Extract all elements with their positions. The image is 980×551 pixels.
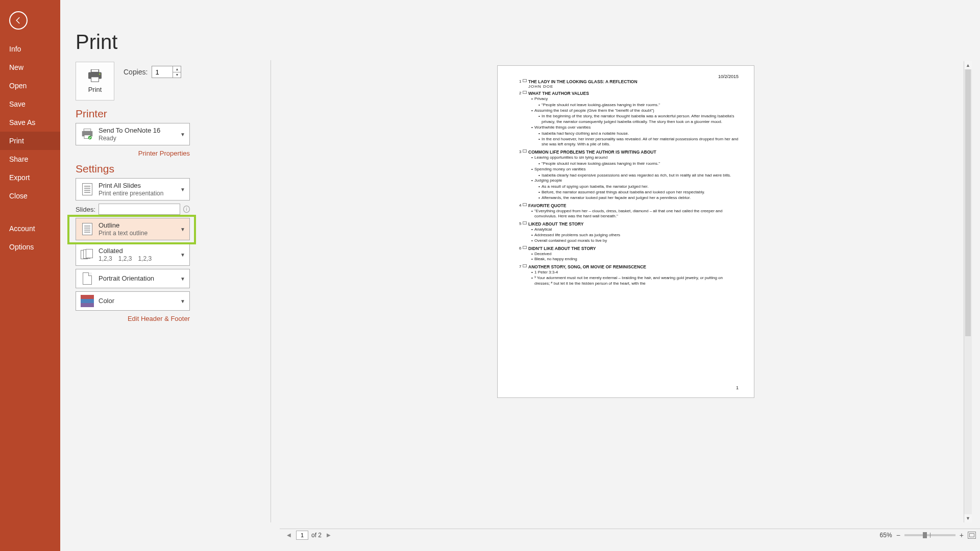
sidebar-item-export[interactable]: Export <box>0 168 60 187</box>
printer-name: Send To OneNote 16 <box>99 127 185 135</box>
layout-dropdown[interactable]: Outline Print a text outline ▼ <box>76 218 190 240</box>
color-dropdown[interactable]: Color ▼ <box>76 291 190 311</box>
zoom-in-button[interactable]: + <box>960 531 964 539</box>
sidebar-item-info[interactable]: Info <box>0 40 60 58</box>
orientation-icon <box>80 271 94 286</box>
outline-slide: 6DIDN'T LIKE ABOUT THE STORYDeceivedBlea… <box>528 246 739 263</box>
zoom-controls: 65% − + <box>880 531 976 539</box>
chevron-down-icon: ▼ <box>180 252 185 258</box>
print-backstage: Print Print Copies: ▲ ▼ Printer <box>60 0 980 541</box>
color-icon <box>80 294 94 308</box>
orientation-dropdown[interactable]: Portrait Orientation ▼ <box>76 269 190 288</box>
copies-label: Copies: <box>124 68 148 76</box>
printer-properties-link[interactable]: Printer Properties <box>138 149 190 157</box>
copies-input[interactable] <box>152 66 173 78</box>
printer-icon <box>87 69 103 83</box>
chevron-down-icon: ▼ <box>180 276 185 282</box>
sidebar-item-open[interactable]: Open <box>0 77 60 95</box>
print-preview: 10/2/2015 1 1THE LADY IN THE LOOKING GLA… <box>280 61 972 522</box>
copies-down[interactable]: ▼ <box>173 72 181 78</box>
copies-spinner[interactable]: ▲ ▼ <box>152 66 181 78</box>
zoom-slider[interactable] <box>904 534 955 536</box>
outline-slide: 1THE LADY IN THE LOOKING GLASS: A REFLEC… <box>528 79 739 89</box>
slides-range-input[interactable] <box>99 204 180 215</box>
preview-scrollbar[interactable]: ▲ ▼ <box>964 61 972 522</box>
next-page-button[interactable]: ▶ <box>325 532 333 538</box>
page-title: Print <box>76 31 208 54</box>
page-number-input[interactable] <box>296 531 308 540</box>
print-button-label: Print <box>88 86 102 93</box>
zoom-out-button[interactable]: − <box>896 531 900 539</box>
back-button[interactable] <box>9 11 28 30</box>
backstage-sidebar: Info New Open Save Save As Print Share E… <box>0 0 60 551</box>
settings-heading: Settings <box>76 163 208 175</box>
sidebar-item-share[interactable]: Share <box>0 150 60 168</box>
outline-slide: 3COMMON LIFE PROBLEMS THE AUTHOR IS WRIT… <box>528 149 739 201</box>
svg-rect-9 <box>84 129 91 131</box>
svg-point-8 <box>99 73 101 74</box>
print-what-dropdown[interactable]: Print All Slides Print entire presentati… <box>76 178 190 201</box>
zoom-fit-button[interactable] <box>968 532 976 539</box>
print-button[interactable]: Print <box>76 62 114 101</box>
sidebar-item-options[interactable]: Options <box>0 238 60 256</box>
sidebar-item-new[interactable]: New <box>0 58 60 77</box>
chevron-down-icon: ▼ <box>180 132 185 137</box>
scroll-up-arrow[interactable]: ▲ <box>964 61 972 69</box>
sidebar-item-save[interactable]: Save <box>0 95 60 113</box>
slides-range-row: Slides: i <box>76 204 190 215</box>
svg-rect-5 <box>91 69 99 72</box>
printer-dropdown[interactable]: Send To OneNote 16 Ready ▼ <box>76 123 190 145</box>
printer-heading: Printer <box>76 108 208 120</box>
sidebar-item-account[interactable]: Account <box>0 219 60 238</box>
sidebar-item-close[interactable]: Close <box>0 187 60 205</box>
chevron-down-icon: ▼ <box>180 298 185 304</box>
scrollbar-thumb[interactable] <box>965 69 971 336</box>
slides-icon <box>80 182 94 196</box>
copies-up[interactable]: ▲ <box>173 66 181 72</box>
panel-divider <box>271 60 271 522</box>
chevron-down-icon: ▼ <box>180 227 185 232</box>
sidebar-item-save-as[interactable]: Save As <box>0 113 60 132</box>
prev-page-button[interactable]: ◀ <box>285 532 293 538</box>
sidebar-item-print[interactable]: Print <box>0 132 60 150</box>
print-panel: Print Print Copies: ▲ ▼ Printer <box>76 31 208 328</box>
outline-slide: 5LIKED ABOUT THE STORYAnalyticalAddresse… <box>528 221 739 243</box>
page-navigation: ◀ of 2 ▶ <box>285 531 333 540</box>
preview-statusbar: ◀ of 2 ▶ 65% − + <box>280 529 980 541</box>
preview-page: 10/2/2015 1 1THE LADY IN THE LOOKING GLA… <box>497 65 754 398</box>
outline-slide: 7ANOTHER STORY, SONG, OR MOVIE OF REMINI… <box>528 264 739 286</box>
page-total: of 2 <box>311 532 322 539</box>
edit-header-footer-link[interactable]: Edit Header & Footer <box>128 315 190 322</box>
zoom-percent: 65% <box>880 532 892 539</box>
outline-icon <box>80 222 94 236</box>
outline-slide: 4FAVORITE QUOTE"Everything dropped from … <box>528 203 739 220</box>
printer-status: Ready <box>99 135 185 142</box>
chevron-down-icon: ▼ <box>180 187 185 192</box>
collate-icon <box>80 247 94 262</box>
collation-dropdown[interactable]: Collated 1,2,3 1,2,3 1,2,3 ▼ <box>76 243 190 266</box>
printer-device-icon <box>80 127 94 141</box>
svg-rect-7 <box>91 77 99 81</box>
preview-page-number: 1 <box>736 385 739 390</box>
preview-date: 10/2/2015 <box>718 74 739 79</box>
scroll-down-arrow[interactable]: ▼ <box>964 514 972 522</box>
outline-slide: 2WHAT THE AUTHOR VALUESPrivacy"People sh… <box>528 91 739 147</box>
slides-info-icon[interactable]: i <box>183 206 190 213</box>
